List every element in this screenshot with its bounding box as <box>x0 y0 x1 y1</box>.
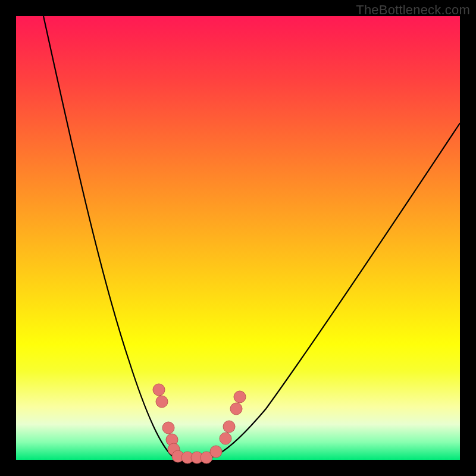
curve-right <box>206 123 460 458</box>
chart-frame: TheBottleneck.com <box>0 0 476 476</box>
data-marker <box>153 384 165 396</box>
marker-group <box>153 384 246 464</box>
watermark-text: TheBottleneck.com <box>356 2 470 18</box>
data-marker <box>156 396 168 408</box>
curve-group <box>43 16 460 458</box>
data-marker <box>230 403 242 415</box>
chart-overlay <box>16 16 460 460</box>
data-marker <box>223 421 235 433</box>
data-marker <box>220 433 231 444</box>
data-marker <box>210 446 222 458</box>
data-marker <box>234 391 246 403</box>
data-marker <box>162 422 174 434</box>
